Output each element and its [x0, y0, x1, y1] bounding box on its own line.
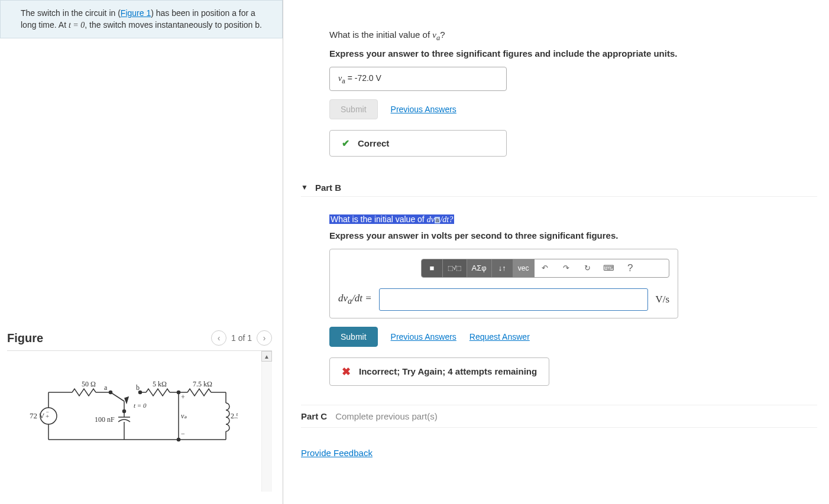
problem-text-seg2: , the switch moves instantaneously to po…	[85, 20, 262, 30]
left-panel: The switch in the circuit in (Figure 1) …	[0, 0, 283, 504]
part-a-question: What is the initial value of va?	[329, 30, 817, 43]
figure-title: Figure	[7, 331, 43, 345]
part-a-previous-answers-link[interactable]: Previous Answers	[391, 105, 456, 114]
r3-label: 7.5 kΩ	[193, 380, 212, 388]
plus-label: +	[181, 393, 185, 401]
figure-link[interactable]: Figure 1	[121, 8, 151, 18]
t-eq-zero: t = 0	[69, 21, 85, 30]
vsrc-label: 72 V	[30, 411, 45, 420]
part-b-title: Part B	[315, 183, 341, 193]
part-a-feedback: ✔ Correct	[329, 130, 507, 157]
part-a-instruction: Express your answer to three significant…	[329, 48, 817, 58]
t0-label: t = 0	[134, 402, 147, 409]
svg-text:+−: +−	[46, 409, 49, 420]
svg-point-19	[177, 438, 180, 441]
part-b-answer-input[interactable]	[379, 288, 649, 311]
undo-icon[interactable]: ↶	[535, 259, 556, 277]
va-label: vₐ	[181, 412, 187, 420]
figure-pager: 1 of 1	[231, 333, 252, 343]
figure-scrollbar[interactable]	[261, 362, 272, 492]
redo-icon[interactable]: ↷	[556, 259, 577, 277]
node-b-label: b	[136, 383, 140, 392]
part-a-block: What is the initial value of va? Express…	[301, 30, 817, 157]
cap-label: 100 nF	[95, 415, 115, 424]
part-b-previous-answers-link[interactable]: Previous Answers	[391, 332, 456, 342]
part-b-instruction: Express your answer in volts per second …	[329, 230, 817, 240]
ind-label: 2.5 H	[231, 412, 238, 420]
part-b-unit-label: V/s	[655, 294, 669, 305]
help-icon[interactable]: ?	[620, 259, 641, 277]
part-c-title: Part C	[301, 411, 327, 421]
node-a-label: a	[104, 383, 108, 392]
part-a-feedback-text: Correct	[358, 138, 389, 148]
part-c-header[interactable]: Part C Complete previous part(s)	[301, 405, 817, 428]
equation-toolbar: ■ ⬚√⬚ ΑΣφ ↓↑ vec ↶ ↷ ↻ ⌨ ?	[421, 259, 669, 278]
part-b-block: What is the initial value of dva/dt? Exp…	[301, 214, 817, 386]
figure-next-button[interactable]: ›	[257, 330, 272, 346]
figure-section: Figure ‹ 1 of 1 › ▲	[7, 330, 272, 504]
vector-icon[interactable]: vec	[513, 259, 535, 277]
x-icon: ✖	[342, 365, 351, 378]
right-panel: What is the initial value of va? Express…	[283, 0, 829, 504]
chevron-down-icon: ▼	[301, 183, 308, 191]
r2-label: 5 kΩ	[153, 380, 167, 388]
figure-prev-button[interactable]: ‹	[211, 330, 226, 346]
part-a-answer-display: va = -72.0 V	[329, 67, 507, 91]
part-b-request-answer-link[interactable]: Request Answer	[469, 332, 530, 342]
problem-text-pre: The switch in the circuit in (	[21, 8, 121, 18]
greek-icon[interactable]: ΑΣφ	[467, 259, 492, 277]
part-b-submit-button[interactable]: Submit	[329, 327, 378, 347]
part-b-input-label: dva/dt =	[338, 292, 372, 306]
part-b-header[interactable]: ▼ Part B	[301, 183, 817, 197]
problem-statement: The switch in the circuit in (Figure 1) …	[0, 0, 283, 38]
template-icon[interactable]: ■	[422, 259, 443, 277]
part-b-feedback: ✖ Incorrect; Try Again; 4 attempts remai…	[329, 357, 549, 386]
figure-scroll-up-button[interactable]: ▲	[261, 351, 272, 362]
reset-icon[interactable]: ↻	[577, 259, 598, 277]
part-b-answer-area: ■ ⬚√⬚ ΑΣφ ↓↑ vec ↶ ↷ ↻ ⌨ ? dva/dt = V/s	[329, 249, 678, 318]
fraction-root-icon[interactable]: ⬚√⬚	[443, 259, 467, 277]
subscript-icon[interactable]: ↓↑	[492, 259, 513, 277]
part-c-status: Complete previous part(s)	[335, 411, 438, 421]
part-b-question: What is the initial value of dva/dt?	[329, 214, 817, 225]
minus-label: −	[181, 430, 185, 438]
circuit-diagram: +− 72 V 50 Ω 5 kΩ 7.5 kΩ 100 nF 2.5 H a …	[25, 375, 238, 457]
keyboard-icon[interactable]: ⌨	[598, 259, 620, 277]
check-icon: ✔	[342, 138, 349, 149]
svg-line-6	[111, 392, 124, 401]
part-a-submit-button: Submit	[329, 99, 378, 119]
part-b-feedback-text: Incorrect; Try Again; 4 attempts remaini…	[359, 366, 537, 376]
provide-feedback-link[interactable]: Provide Feedback	[301, 448, 373, 458]
r1-label: 50 Ω	[82, 380, 96, 388]
